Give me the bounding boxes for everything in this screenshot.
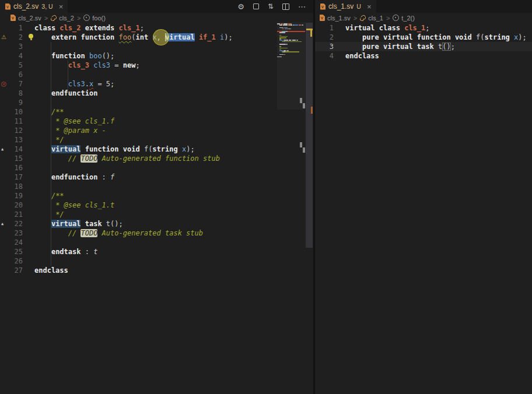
tab-git-badge: U bbox=[356, 3, 361, 10]
line-number: 1 bbox=[318, 23, 334, 33]
code-line[interactable]: 25 endtask : t bbox=[0, 247, 313, 256]
override-icon[interactable]: ▲ bbox=[1, 219, 4, 228]
line-number: 23 bbox=[10, 228, 23, 238]
code-line[interactable]: 15 // TODO Auto-generated function stub bbox=[0, 154, 313, 163]
code-text: function boo(); bbox=[23, 51, 313, 61]
code-line[interactable]: 8 endfunction bbox=[0, 89, 313, 98]
code-line[interactable]: 5 cls_3 cls3 = new; bbox=[0, 61, 313, 70]
code-line[interactable]: 11 * @see cls_1.f bbox=[0, 117, 313, 126]
code-line[interactable]: 26 bbox=[0, 256, 313, 266]
code-line[interactable]: 18 bbox=[0, 182, 313, 191]
gutter-glyph-margin bbox=[0, 154, 10, 163]
line-number: 25 bbox=[10, 247, 23, 256]
gutter-glyph-margin bbox=[0, 70, 10, 79]
gutter-glyph-margin bbox=[0, 135, 10, 145]
code-text: /** bbox=[23, 191, 313, 200]
line-number: 19 bbox=[10, 191, 23, 200]
tab-cls_2[interactable]: cls_2.sv 3, U × bbox=[0, 0, 68, 13]
code-text: * @see cls_1.f bbox=[23, 117, 313, 126]
code-text: */ bbox=[23, 210, 313, 219]
code-text: */ bbox=[23, 135, 313, 145]
line-number: 22 bbox=[10, 219, 23, 228]
code-line[interactable]: 4endclass bbox=[315, 51, 532, 61]
override-icon[interactable]: ▲ bbox=[1, 145, 4, 154]
scrollbar-thumb[interactable] bbox=[306, 23, 313, 248]
close-icon[interactable]: × bbox=[59, 3, 64, 10]
editor-actions: ⚙⇅⋯ bbox=[237, 0, 313, 13]
line-number: 10 bbox=[10, 107, 23, 117]
line-number: 11 bbox=[10, 117, 23, 126]
code-line[interactable]: ▲14 virtual function void f(string x); bbox=[0, 145, 313, 154]
line-number: 12 bbox=[10, 126, 23, 135]
code-text: endfunction bbox=[23, 89, 313, 98]
code-text: // TODO Auto-generated task stub bbox=[23, 228, 313, 238]
code-line[interactable]: 10 /** bbox=[0, 107, 313, 117]
breadcrumb-label: cls_2.sv bbox=[18, 15, 41, 22]
overview-ruler-mark bbox=[310, 30, 312, 37]
breadcrumb-separator: > bbox=[77, 15, 80, 22]
breadcrumb-item[interactable]: cls_2 bbox=[51, 15, 74, 22]
code-text bbox=[23, 70, 313, 79]
line-number: 5 bbox=[10, 61, 23, 70]
settings-gear-icon[interactable]: ⚙ bbox=[237, 2, 244, 11]
code-line[interactable]: ×7 cls3.x = 5; bbox=[0, 79, 313, 89]
breadcrumb-item[interactable]: cls_2.sv bbox=[10, 15, 41, 22]
code-line[interactable]: 21 */ bbox=[0, 210, 313, 219]
code-line[interactable]: 1virtual class cls_1; bbox=[315, 23, 532, 33]
code-editor-left[interactable]: 1class cls_2 extends cls_1;⚠2 extern fun… bbox=[0, 23, 313, 275]
code-line[interactable]: 4 function boo(); bbox=[0, 51, 313, 61]
minimap-line bbox=[277, 57, 305, 58]
code-text: endtask : t bbox=[23, 247, 313, 256]
code-line[interactable]: 17 endfunction : f bbox=[0, 173, 313, 182]
more-actions-icon[interactable]: ⋯ bbox=[298, 2, 306, 11]
code-line[interactable]: 24 bbox=[0, 238, 313, 247]
gutter-glyph-margin bbox=[0, 61, 10, 70]
breadcrumb-item[interactable]: foo() bbox=[83, 15, 106, 22]
close-icon[interactable]: × bbox=[367, 3, 372, 10]
code-line[interactable]: 16 bbox=[0, 163, 313, 173]
lightbulb-icon[interactable] bbox=[29, 34, 33, 38]
code-line[interactable]: 27endclass bbox=[0, 266, 313, 275]
overview-ruler-mark bbox=[303, 147, 305, 153]
line-number: 2 bbox=[10, 33, 23, 42]
line-number: 6 bbox=[10, 70, 23, 79]
gutter-glyph-margin bbox=[0, 126, 10, 135]
compare-changes-icon[interactable]: ⇅ bbox=[268, 2, 274, 10]
code-line[interactable]: 12 * @param x - bbox=[0, 126, 313, 135]
code-line[interactable]: 6 bbox=[0, 70, 313, 79]
gutter-glyph-margin bbox=[0, 228, 10, 238]
code-text: cls3.x = 5; bbox=[23, 79, 313, 89]
code-line[interactable]: 19 /** bbox=[0, 191, 313, 200]
code-text: virtual class cls_1; bbox=[334, 23, 532, 33]
gutter-glyph-margin: ▲ bbox=[0, 145, 10, 154]
breadcrumb-item[interactable]: t_2() bbox=[393, 15, 415, 22]
line-number: 27 bbox=[10, 266, 23, 275]
split-editor-icon[interactable] bbox=[282, 3, 289, 10]
layout-box-icon[interactable] bbox=[253, 3, 259, 9]
code-text: endclass bbox=[334, 51, 532, 61]
code-text bbox=[23, 98, 313, 107]
overview-ruler-mark bbox=[300, 142, 302, 147]
code-line[interactable]: 23 // TODO Auto-generated task stub bbox=[0, 228, 313, 238]
gutter-glyph-margin bbox=[0, 23, 10, 33]
code-line[interactable]: 3 pure virtual task t(); bbox=[315, 42, 532, 51]
minimap[interactable] bbox=[277, 23, 305, 58]
code-line[interactable]: 20 * @see cls_1.t bbox=[0, 200, 313, 210]
line-number: 2 bbox=[318, 33, 334, 42]
code-line[interactable]: ▲22 virtual task t(); bbox=[0, 219, 313, 228]
gutter-glyph-margin: ⚠ bbox=[0, 33, 10, 42]
breadcrumb-item[interactable]: cls_1.sv bbox=[320, 15, 351, 22]
line-number: 21 bbox=[10, 210, 23, 219]
line-number: 16 bbox=[10, 163, 23, 173]
line-number: 9 bbox=[10, 98, 23, 107]
code-line[interactable]: 13 */ bbox=[0, 135, 313, 145]
code-line[interactable]: 9 bbox=[0, 98, 313, 107]
breadcrumb-separator: > bbox=[44, 15, 48, 22]
code-editor-right[interactable]: 1virtual class cls_1;2 pure virtual func… bbox=[315, 23, 532, 61]
code-text: endfunction : f bbox=[23, 173, 313, 182]
line-number: 13 bbox=[10, 135, 23, 145]
code-line[interactable]: 2 pure virtual function void f(string x)… bbox=[315, 33, 532, 42]
breadcrumb-item[interactable]: cls_1 bbox=[360, 15, 383, 22]
tab-cls_1[interactable]: cls_1.sv U × bbox=[315, 0, 376, 13]
breadcrumb-label: cls_1 bbox=[368, 15, 383, 22]
